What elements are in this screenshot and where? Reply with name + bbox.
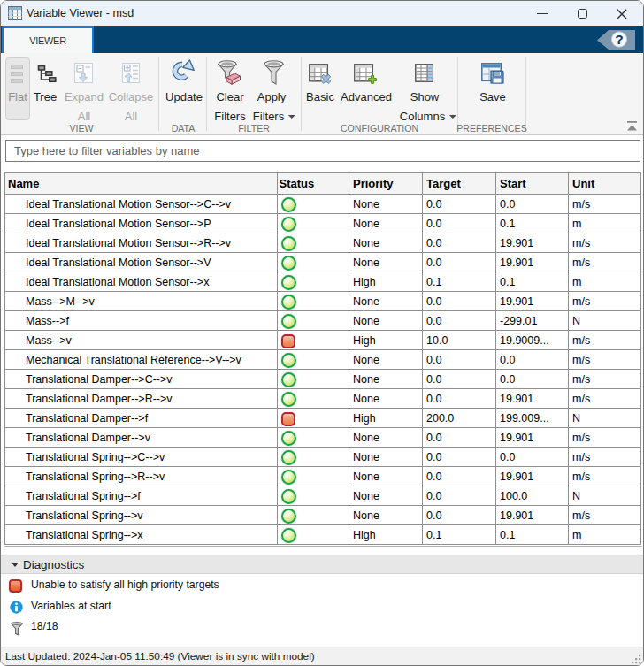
svg-text:?: ? [615,32,623,47]
